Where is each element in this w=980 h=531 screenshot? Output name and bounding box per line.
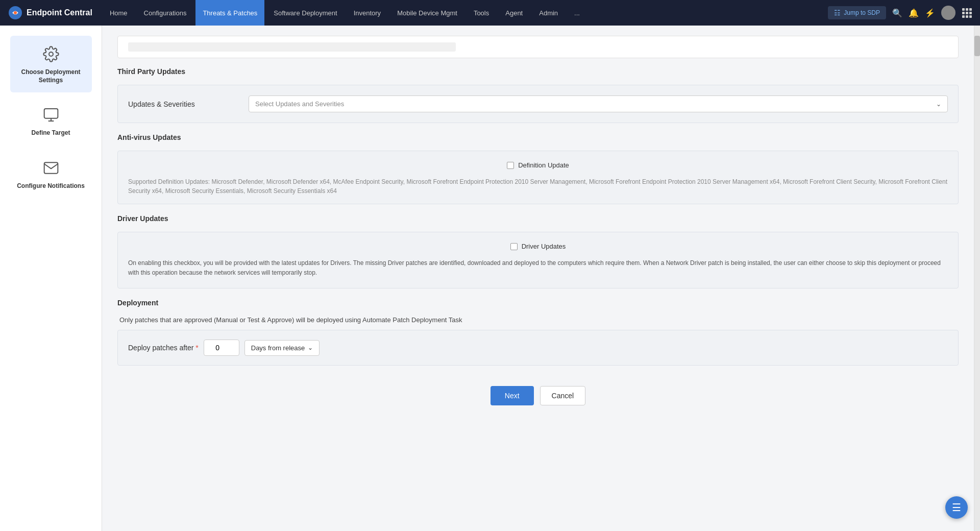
definition-update-checkbox[interactable]	[507, 162, 514, 169]
scrollbar-thumb[interactable]	[974, 36, 980, 56]
updates-severities-row: Updates & Severities Select Updates and …	[128, 95, 948, 112]
deploy-after-input[interactable]	[204, 340, 239, 356]
brand-logo	[8, 6, 22, 20]
deploy-card: Deploy patches after * Days from release…	[117, 330, 959, 366]
deploy-after-label: Deploy patches after *	[128, 344, 199, 352]
search-icon[interactable]: 🔍	[892, 8, 902, 18]
nav-configurations[interactable]: Configurations	[137, 0, 194, 26]
nav-threats-patches[interactable]: Threats & Patches	[195, 0, 264, 26]
supported-updates-text: Supported Definition Updates: Microsoft …	[128, 177, 948, 196]
sidebar-label-configure-notifications: Configure Notifications	[17, 182, 85, 190]
top-partial-card	[117, 36, 959, 58]
sidebar-label-define-target: Define Target	[32, 129, 70, 137]
svg-rect-3	[44, 109, 58, 118]
next-button[interactable]: Next	[491, 386, 534, 405]
nav-inventory[interactable]: Inventory	[347, 0, 388, 26]
driver-updates-row: Driver Updates	[128, 243, 948, 250]
antivirus-section: Anti-virus Updates Definition Update Sup…	[117, 133, 959, 204]
nav-agent[interactable]: Agent	[498, 0, 530, 26]
updates-severities-select[interactable]: Select Updates and Severities ⌄	[249, 95, 948, 112]
bell-icon[interactable]: 🔔	[909, 8, 919, 18]
third-party-section: Third Party Updates Updates & Severities…	[117, 67, 959, 123]
app-body: Choose Deployment Settings Define Target	[0, 26, 980, 531]
brand-name: Endpoint Central	[27, 8, 92, 17]
deployment-note: Only patches that are approved (Manual o…	[117, 316, 959, 324]
gear-icon	[41, 44, 61, 64]
monitor-icon	[41, 105, 61, 125]
chevron-down-icon: ⌄	[936, 101, 941, 108]
deployment-section: Deployment Only patches that are approve…	[117, 299, 959, 366]
nav-admin[interactable]: Admin	[532, 0, 565, 26]
nav-mobile-device-mgmt[interactable]: Mobile Device Mgmt	[390, 0, 464, 26]
updates-severities-label: Updates & Severities	[128, 100, 240, 108]
footer-actions: Next Cancel	[117, 376, 959, 411]
required-marker: *	[195, 344, 198, 352]
sdp-icon: ☷	[834, 9, 841, 17]
grid-icon[interactable]	[962, 8, 972, 18]
nav-right: ☷ Jump to SDP 🔍 🔔 ⚡	[828, 6, 972, 20]
driver-card: Driver Updates On enabling this checkbox…	[117, 232, 959, 288]
days-from-release-label: Days from release	[251, 344, 305, 352]
sidebar-item-configure-notifications[interactable]: Configure Notifications	[10, 150, 92, 199]
svg-point-1	[14, 11, 17, 14]
driver-updates-checkbox[interactable]	[510, 243, 518, 250]
updates-severities-placeholder: Select Updates and Severities	[255, 100, 344, 108]
driver-updates-label: Driver Updates	[522, 243, 566, 250]
driver-section: Driver Updates Driver Updates On enablin…	[117, 214, 959, 288]
driver-description: On enabling this checkbox, you will be p…	[128, 258, 948, 278]
page-scrollbar[interactable]	[974, 26, 980, 531]
main-content: Third Party Updates Updates & Severities…	[102, 26, 974, 531]
deployment-title: Deployment	[117, 299, 959, 310]
sidebar-label-deployment-settings: Choose Deployment Settings	[16, 68, 86, 84]
nav-tools[interactable]: Tools	[467, 0, 496, 26]
sidebar: Choose Deployment Settings Define Target	[0, 26, 102, 531]
jump-to-sdp-button[interactable]: ☷ Jump to SDP	[828, 6, 886, 19]
nav-home[interactable]: Home	[103, 0, 135, 26]
sidebar-item-deployment-settings[interactable]: Choose Deployment Settings	[10, 36, 92, 92]
cancel-button[interactable]: Cancel	[540, 386, 586, 405]
fab-button[interactable]: ☰	[945, 496, 968, 519]
brand: Endpoint Central	[8, 6, 92, 20]
nav-software-deployment[interactable]: Software Deployment	[266, 0, 344, 26]
third-party-title: Third Party Updates	[117, 67, 959, 79]
nav-more[interactable]: ...	[567, 0, 587, 26]
bolt-icon[interactable]: ⚡	[925, 8, 935, 18]
svg-point-2	[49, 52, 53, 56]
avatar[interactable]	[941, 6, 955, 20]
antivirus-card: Definition Update Supported Definition U…	[117, 151, 959, 204]
deploy-after-row: Deploy patches after * Days from release…	[128, 340, 948, 356]
sidebar-item-define-target[interactable]: Define Target	[10, 96, 92, 146]
definition-update-row: Definition Update	[128, 161, 948, 169]
top-navigation: Endpoint Central Home Configurations Thr…	[0, 0, 980, 26]
driver-title: Driver Updates	[117, 214, 959, 226]
chat-icon: ☰	[952, 501, 961, 514]
mail-icon	[41, 158, 61, 178]
definition-update-label: Definition Update	[518, 161, 569, 169]
antivirus-title: Anti-virus Updates	[117, 133, 959, 144]
third-party-card: Updates & Severities Select Updates and …	[117, 85, 959, 123]
chevron-down-icon: ⌄	[308, 344, 313, 351]
days-from-release-select[interactable]: Days from release ⌄	[244, 340, 320, 356]
